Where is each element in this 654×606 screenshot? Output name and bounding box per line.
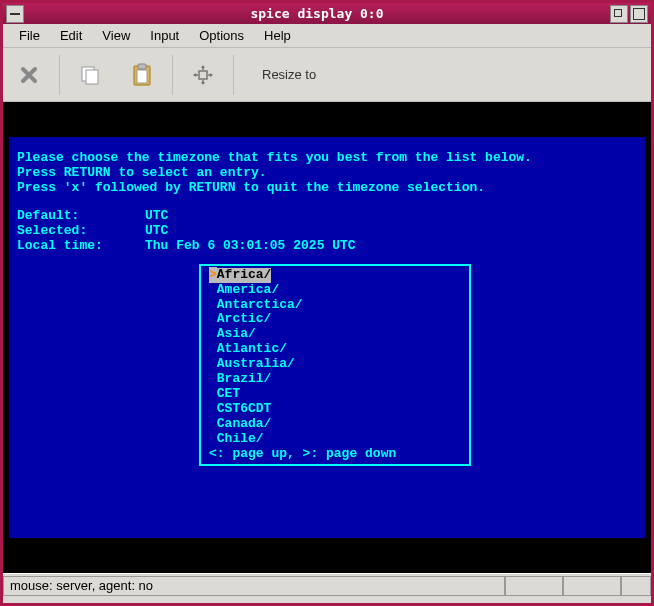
tz-item-label: Brazil/	[217, 371, 272, 386]
display-area[interactable]: Please choose the timezone that fits you…	[3, 102, 651, 573]
paste-icon	[131, 63, 153, 87]
tz-item[interactable]: Brazil/	[201, 372, 469, 387]
close-button[interactable]	[5, 51, 53, 99]
menu-view[interactable]: View	[94, 26, 138, 45]
tz-item-label: Antarctica/	[217, 297, 303, 312]
tz-item-label: Atlantic/	[217, 341, 287, 356]
paste-button[interactable]	[118, 51, 166, 99]
copy-icon	[79, 64, 101, 86]
default-label: Default:	[17, 209, 145, 224]
selected-label: Selected:	[17, 224, 145, 239]
status-resize-grip[interactable]	[621, 576, 651, 596]
svg-rect-3	[137, 70, 147, 83]
svg-rect-4	[138, 64, 146, 69]
info-default: Default: UTC	[17, 209, 637, 224]
status-bar: mouse: server, agent: no	[3, 573, 651, 597]
default-value: UTC	[145, 209, 168, 224]
status-cell	[505, 576, 563, 596]
tz-item-label: Asia/	[217, 326, 256, 341]
menu-file[interactable]: File	[11, 26, 48, 45]
tz-item-label: Arctic/	[217, 311, 272, 326]
paging-hint: <: page up, >: page down	[201, 447, 469, 462]
info-selected: Selected: UTC	[17, 224, 637, 239]
selected-value: UTC	[145, 224, 168, 239]
tz-item[interactable]: CST6CDT	[201, 402, 469, 417]
tz-item-label: Chile/	[217, 431, 264, 446]
menu-options[interactable]: Options	[191, 26, 252, 45]
svg-rect-5	[199, 71, 207, 79]
menu-edit[interactable]: Edit	[52, 26, 90, 45]
terminal-screen: Please choose the timezone that fits you…	[9, 137, 645, 538]
minimize-button[interactable]	[610, 5, 628, 23]
tz-item-label: Africa/	[217, 267, 272, 282]
window-menu-button[interactable]	[6, 5, 24, 23]
resize-label: Resize to	[262, 67, 316, 82]
timezone-list[interactable]: >Africa/ America/ Antarctica/ Arctic/ As…	[199, 264, 471, 466]
title-bar[interactable]: spice display 0:0	[3, 0, 651, 24]
tz-item[interactable]: Antarctica/	[201, 298, 469, 313]
selection-arrow-icon: >	[209, 267, 217, 282]
menu-bar: File Edit View Input Options Help	[3, 24, 651, 48]
instruction-line: Press RETURN to select an entry.	[17, 166, 637, 181]
toolbar-separator	[59, 55, 60, 95]
info-localtime: Local time: Thu Feb 6 03:01:05 2025 UTC	[17, 239, 637, 254]
tz-item-label: Canada/	[217, 416, 272, 431]
tz-item-label: Australia/	[217, 356, 295, 371]
toolbar: Resize to	[3, 48, 651, 102]
copy-button[interactable]	[66, 51, 114, 99]
window-title: spice display 0:0	[24, 6, 610, 21]
tz-item[interactable]: Arctic/	[201, 312, 469, 327]
expand-icon	[192, 64, 214, 86]
window-frame: spice display 0:0 File Edit View Input O…	[0, 0, 654, 606]
tz-item[interactable]: CET	[201, 387, 469, 402]
tz-item-selected[interactable]: >Africa/	[201, 268, 469, 283]
instruction-line: Please choose the timezone that fits you…	[17, 151, 637, 166]
tz-item[interactable]: Australia/	[201, 357, 469, 372]
tz-item[interactable]: Atlantic/	[201, 342, 469, 357]
menu-help[interactable]: Help	[256, 26, 299, 45]
localtime-label: Local time:	[17, 239, 145, 254]
tz-item-label: CET	[217, 386, 240, 401]
tz-item[interactable]: Chile/	[201, 432, 469, 447]
fullscreen-button[interactable]	[179, 51, 227, 99]
instruction-line: Press 'x' followed by RETURN to quit the…	[17, 181, 637, 196]
localtime-value: Thu Feb 6 03:01:05 2025 UTC	[145, 239, 356, 254]
tz-item[interactable]: Canada/	[201, 417, 469, 432]
tz-item[interactable]: Asia/	[201, 327, 469, 342]
menu-input[interactable]: Input	[142, 26, 187, 45]
close-icon	[19, 65, 39, 85]
status-cell	[563, 576, 621, 596]
tz-item-label: CST6CDT	[217, 401, 272, 416]
tz-item[interactable]: America/	[201, 283, 469, 298]
toolbar-separator	[172, 55, 173, 95]
toolbar-separator	[233, 55, 234, 95]
status-text: mouse: server, agent: no	[3, 576, 505, 596]
tz-item-label: America/	[217, 282, 279, 297]
svg-rect-1	[86, 70, 98, 84]
maximize-button[interactable]	[630, 5, 648, 23]
